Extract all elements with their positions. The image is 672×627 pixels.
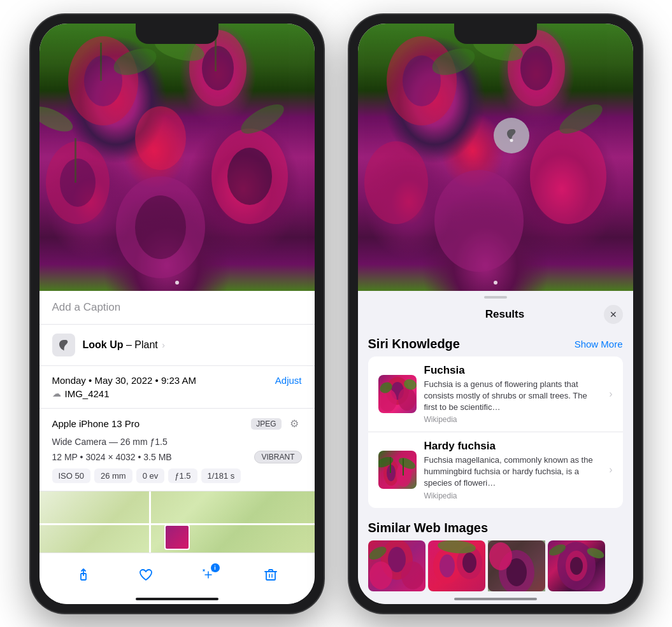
visual-lookup-button[interactable]	[494, 118, 529, 153]
heart-icon	[138, 567, 154, 582]
knowledge-item-hardy[interactable]: Hardy fuchsia Fuchsia magellanica, commo…	[368, 432, 623, 508]
camera-spec: Wide Camera — 26 mm ƒ1.5	[52, 437, 302, 447]
meta-date: Monday • May 30, 2022 • 9:23 AM	[52, 375, 196, 386]
hardy-text: Hardy fuchsia Fuchsia magellanica, commo…	[424, 440, 602, 500]
right-phone: Results ✕ Siri Knowledge Show More	[349, 15, 642, 613]
knowledge-card: Fuchsia Fuchsia is a genus of flowering …	[368, 356, 623, 508]
svg-point-8	[135, 106, 186, 170]
fuchsia-source: Wikipedia	[424, 415, 602, 424]
phones-container: Add a Caption Look Up – Plant › M	[31, 15, 642, 613]
svg-point-33	[398, 388, 416, 411]
adjust-button[interactable]: Adjust	[275, 375, 302, 386]
similar-images-row	[358, 540, 633, 591]
cloud-icon: ☁	[52, 388, 61, 398]
similar-images-title: Similar Web Images	[368, 521, 489, 535]
favorite-button[interactable]	[132, 561, 160, 589]
siri-knowledge-header: Siri Knowledge Show More	[358, 332, 633, 356]
fuchsia-desc: Fuchsia is a genus of flowering plants t…	[424, 379, 602, 414]
similar-image-2[interactable]	[428, 540, 485, 591]
photo-image[interactable]	[39, 24, 315, 291]
filename: IMG_4241	[65, 388, 110, 399]
svg-point-59	[570, 557, 583, 575]
svg-point-23	[520, 46, 552, 90]
hardy-thumbnail	[378, 451, 417, 489]
format-badge: JPEG	[251, 418, 281, 430]
lookup-dot	[510, 139, 513, 142]
lookup-row[interactable]: Look Up – Plant ›	[39, 325, 315, 366]
info-badge: i	[211, 563, 220, 572]
trash-icon	[263, 567, 278, 582]
svg-rect-11	[100, 43, 102, 81]
fuchsia-chevron: ›	[609, 388, 612, 400]
lookup-icon	[52, 334, 75, 356]
right-phone-screen: Results ✕ Siri Knowledge Show More	[358, 24, 633, 604]
svg-rect-12	[215, 36, 217, 71]
svg-point-46	[401, 561, 424, 589]
page-indicator	[175, 281, 179, 285]
svg-point-7	[227, 148, 272, 205]
fuchsia-text: Fuchsia Fuchsia is a genus of flowering …	[424, 364, 602, 425]
lookup-text: Look Up – Plant ›	[83, 339, 165, 351]
device-name: Apple iPhone 13 Pro	[52, 418, 140, 429]
hardy-chevron: ›	[609, 464, 612, 476]
caption-placeholder[interactable]: Add a Caption	[52, 301, 121, 313]
svg-point-5	[60, 159, 96, 207]
close-button[interactable]: ✕	[604, 305, 623, 324]
fuchsia-name: Fuchsia	[424, 364, 602, 377]
right-photo-image[interactable]	[358, 24, 633, 291]
meta-section: Monday • May 30, 2022 • 9:23 AM Adjust ☁…	[39, 366, 315, 409]
right-home-indicator	[454, 598, 537, 600]
left-phone: Add a Caption Look Up – Plant › M	[31, 15, 324, 613]
svg-point-56	[489, 542, 512, 570]
left-phone-screen: Add a Caption Look Up – Plant › M	[39, 24, 315, 604]
results-content: Siri Knowledge Show More	[358, 332, 633, 604]
exif-ev: 0 ev	[136, 468, 165, 483]
right-notch	[454, 24, 537, 44]
fuchsia-thumbnail	[378, 375, 417, 413]
similar-image-1[interactable]	[368, 540, 425, 591]
file-info: 12 MP • 3024 × 4032 • 3.5 MB	[52, 452, 172, 462]
gear-icon[interactable]: ⚙	[287, 416, 302, 432]
exif-focal: 26 mm	[94, 468, 132, 483]
svg-point-26	[434, 170, 524, 272]
notch	[136, 24, 218, 44]
svg-rect-41	[390, 457, 391, 473]
hardy-name: Hardy fuchsia	[424, 440, 602, 453]
similar-image-4[interactable]	[548, 540, 605, 591]
similar-images-header: Similar Web Images	[358, 513, 633, 540]
svg-rect-42	[403, 458, 404, 476]
svg-point-51	[462, 553, 476, 573]
map-background	[39, 491, 315, 555]
results-handle	[358, 291, 633, 299]
results-title: Results	[406, 308, 604, 321]
map-thumbnail	[164, 525, 190, 550]
home-indicator	[136, 598, 218, 600]
info-button[interactable]: i	[194, 561, 222, 589]
right-page-indicator	[494, 281, 497, 285]
svg-point-3	[202, 46, 234, 90]
svg-point-49	[440, 554, 455, 577]
exif-row: ISO 50 26 mm 0 ev ƒ1.5 1/181 s	[52, 468, 302, 483]
show-more-button[interactable]: Show More	[575, 339, 623, 349]
exif-aperture: ƒ1.5	[168, 468, 197, 483]
svg-point-10	[135, 195, 186, 259]
svg-rect-13	[75, 138, 76, 183]
caption-area[interactable]: Add a Caption	[39, 291, 315, 325]
svg-point-24	[364, 141, 428, 224]
bottom-toolbar: i	[39, 553, 315, 604]
svg-rect-19	[266, 572, 275, 580]
leaf-icon	[57, 339, 70, 351]
map-section[interactable]	[39, 491, 315, 555]
svg-point-25	[530, 129, 606, 224]
similar-image-3[interactable]	[488, 540, 545, 591]
svg-point-45	[369, 561, 392, 589]
device-section: Apple iPhone 13 Pro JPEG ⚙ Wide Camera —…	[39, 409, 315, 491]
svg-point-17	[39, 101, 76, 136]
results-header: Results ✕	[358, 299, 633, 332]
hardy-source: Wikipedia	[424, 491, 602, 500]
share-button[interactable]	[69, 561, 97, 589]
results-panel: Results ✕ Siri Knowledge Show More	[358, 291, 633, 604]
share-icon	[76, 567, 91, 582]
knowledge-item-fuchsia[interactable]: Fuchsia Fuchsia is a genus of flowering …	[368, 356, 623, 432]
delete-button[interactable]	[257, 561, 285, 589]
